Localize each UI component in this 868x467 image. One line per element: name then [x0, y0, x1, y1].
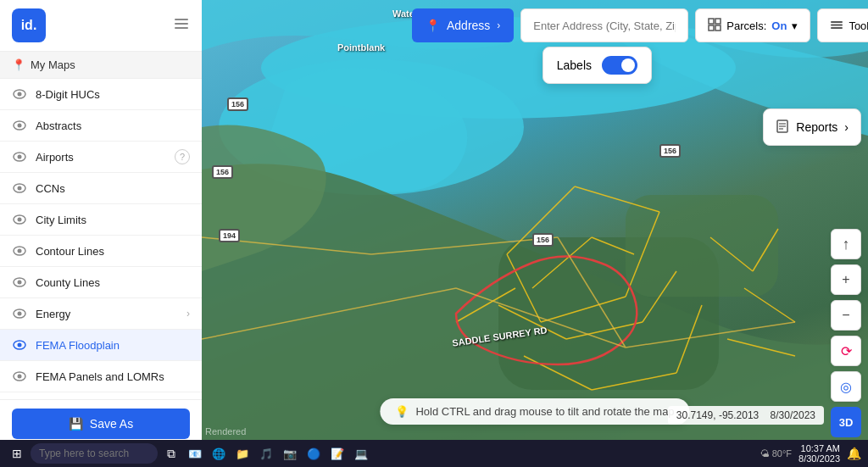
start-button[interactable]: ⊞	[7, 443, 27, 464]
taskbar-icon-media[interactable]: 🎵	[256, 443, 276, 464]
save-as-button[interactable]: 💾 Save As	[12, 409, 190, 439]
compass-button[interactable]: ↑	[831, 229, 861, 259]
labels-text: Labels	[557, 58, 592, 72]
layer-item-fema-floodplain[interactable]: FEMA Floodplain	[0, 330, 202, 361]
address-button[interactable]: 📍 Address ›	[412, 8, 514, 42]
road-badge-156-2: 156	[212, 165, 233, 179]
layer-label-fema-floodplain: FEMA Floodplain	[36, 339, 120, 352]
taskbar: ⊞ ⧉ 📧 🌐 📁 🎵 📷 🔵 📝 💻 🌤 80°F 10:37 AM 8/30…	[0, 440, 868, 467]
layer-label-energy: Energy	[36, 308, 70, 320]
svg-point-18	[18, 312, 22, 316]
road-badge-194: 194	[219, 229, 240, 242]
map-controls: ↑ + − ⟳ ◎ 3D ?	[831, 229, 861, 467]
zoom-in-button[interactable]: +	[831, 264, 861, 295]
taskbar-notification[interactable]: 🔔	[847, 447, 861, 460]
compass-icon: ↑	[843, 236, 850, 253]
layer-item-energy[interactable]: Energy›	[0, 298, 202, 330]
svg-rect-57	[831, 27, 843, 29]
taskbar-search-input[interactable]	[31, 443, 158, 464]
layer-item-city-limits[interactable]: City Limits	[0, 204, 202, 236]
layer-eye-icon-contour-lines	[12, 243, 27, 259]
svg-line-43	[744, 288, 795, 322]
locate-button[interactable]: ◎	[831, 371, 861, 402]
reports-button[interactable]: Reports ›	[763, 108, 861, 146]
minus-icon: −	[842, 308, 849, 323]
locate-icon: ◎	[840, 379, 852, 395]
parcels-dropdown: Labels	[542, 47, 652, 84]
save-icon: 💾	[69, 417, 83, 431]
map-area[interactable]: Waterwood Darby Hill Pointblank 156 156 …	[202, 0, 868, 467]
tools-button[interactable]: Tools ›	[817, 8, 868, 42]
layer-label-city-limits: City Limits	[36, 214, 86, 226]
tools-icon	[830, 18, 843, 34]
svg-rect-2	[175, 27, 188, 29]
btn-3d[interactable]: 3D	[831, 407, 861, 437]
labels-toggle[interactable]	[602, 56, 637, 75]
svg-rect-55	[831, 21, 843, 23]
taskbar-icon-outlook[interactable]: 📧	[185, 443, 205, 464]
chevron-right-icon: ›	[497, 19, 500, 31]
svg-rect-56	[831, 24, 843, 25]
svg-point-4	[18, 92, 22, 97]
layer-label-contour-lines: Contour Lines	[36, 245, 104, 258]
zoom-out-button[interactable]: −	[831, 300, 861, 331]
layers-list: 8-Digit HUCsAbstractsAirports?CCNsCity L…	[0, 79, 202, 399]
plus-icon: +	[842, 272, 849, 287]
layer-label-fema-panels: FEMA Panels and LOMRs	[36, 370, 164, 383]
layer-label-county-lines: County Lines	[36, 276, 100, 289]
my-maps-button[interactable]: 📍 My Maps	[0, 52, 202, 79]
layer-item-abstracts[interactable]: Abstracts	[0, 110, 202, 142]
taskbar-icon-camera[interactable]: 📷	[280, 443, 300, 464]
layer-item-county-lines[interactable]: County Lines	[0, 267, 202, 298]
parcels-icon	[708, 18, 721, 34]
chevron-down-icon: ▾	[792, 19, 798, 32]
map-pin-icon: 📍	[12, 58, 25, 71]
reports-chevron-icon: ›	[844, 120, 849, 134]
svg-rect-26	[626, 195, 778, 297]
svg-point-22	[18, 375, 22, 379]
map-hint: 💡 Hold CTRL and drag mouse to tilt and r…	[380, 398, 689, 425]
road-badge-156-3: 156	[532, 233, 554, 247]
layer-eye-icon-8-digit-hucs	[12, 86, 27, 102]
layer-eye-icon-fema-panels	[12, 369, 27, 384]
layer-label-ccns: CCNs	[36, 182, 65, 195]
svg-rect-1	[175, 23, 188, 25]
rotate-icon: ⟳	[841, 343, 852, 359]
sidebar-toggle[interactable]	[173, 15, 190, 36]
taskbar-weather: 🌤 80°F	[760, 448, 792, 459]
layer-label-8-digit-hucs: 8-Digit HUCs	[36, 88, 100, 101]
svg-rect-54	[715, 25, 721, 31]
location-icon: 📍	[426, 19, 440, 32]
svg-point-12	[18, 218, 22, 222]
svg-rect-51	[709, 19, 714, 24]
top-toolbar: 📍 Address › Parcels: On ▾	[412, 8, 861, 42]
road-badge-156-1: 156	[227, 97, 248, 111]
svg-point-14	[18, 249, 22, 253]
svg-point-6	[18, 124, 22, 128]
address-search-input[interactable]	[520, 8, 688, 42]
layer-label-airports: Airports	[36, 151, 74, 164]
layer-eye-icon-abstracts	[12, 118, 27, 133]
taskbar-clock: 10:37 AM 8/30/2023	[798, 443, 840, 464]
hint-icon: 💡	[395, 405, 409, 418]
layer-item-contour-lines[interactable]: Contour Lines	[0, 236, 202, 267]
taskbar-icon-app1[interactable]: 💻	[351, 443, 371, 464]
coordinates-badge: 30.7149, -95.2013 8/30/2023	[668, 406, 824, 425]
taskbar-icon-word[interactable]: 📝	[327, 443, 348, 464]
svg-point-10	[18, 186, 22, 191]
taskbar-icon-chrome[interactable]: 🔵	[303, 443, 324, 464]
parcels-button[interactable]: Parcels: On ▾	[695, 8, 810, 42]
layer-item-ccns[interactable]: CCNs	[0, 173, 202, 204]
layer-eye-icon-county-lines	[12, 275, 27, 290]
rotate-button[interactable]: ⟳	[831, 336, 861, 366]
layer-item-8-digit-hucs[interactable]: 8-Digit HUCs	[0, 79, 202, 110]
map-background: Waterwood Darby Hill Pointblank 156 156 …	[202, 0, 868, 467]
layer-item-airports[interactable]: Airports?	[0, 142, 202, 173]
layer-eye-icon-airports	[12, 149, 27, 164]
app-logo: id.	[12, 8, 46, 42]
layer-help-icon-airports[interactable]: ?	[175, 149, 190, 164]
taskbar-task-view[interactable]: ⧉	[161, 443, 181, 464]
layer-item-fema-panels[interactable]: FEMA Panels and LOMRs	[0, 361, 202, 392]
taskbar-icon-edge[interactable]: 🌐	[209, 443, 229, 464]
taskbar-icon-explorer[interactable]: 📁	[232, 443, 253, 464]
